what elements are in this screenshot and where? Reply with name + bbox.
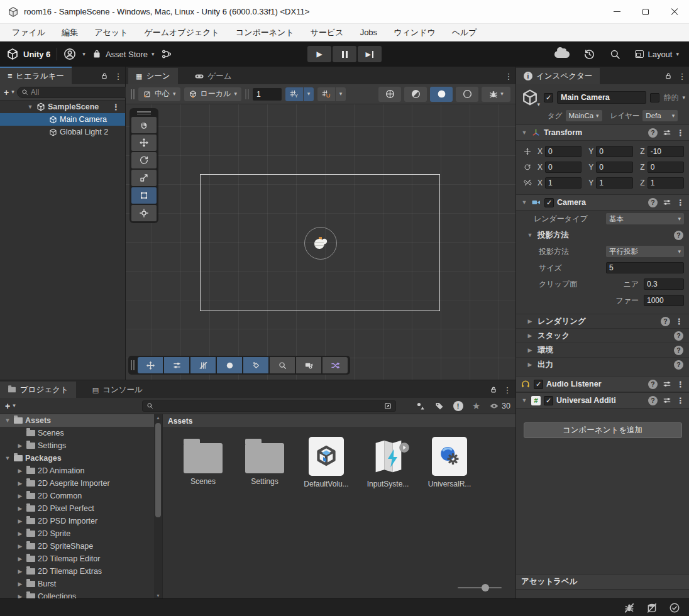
near-clip-field[interactable]: [644, 278, 684, 290]
tree-item[interactable]: ▶Settings: [0, 439, 154, 452]
menu-edit[interactable]: 編集: [53, 27, 86, 38]
visible-items-counter[interactable]: 30: [489, 401, 510, 411]
grid-size-field[interactable]: [253, 88, 282, 101]
menu-jobs[interactable]: Jobs: [352, 28, 385, 37]
foldout-closed-icon[interactable]: ▶: [16, 468, 24, 474]
foldout-closed-icon[interactable]: ▶: [526, 347, 534, 353]
tree-item-packages[interactable]: ▼Packages: [0, 452, 154, 465]
tag-dropdown[interactable]: MainCa ▾: [566, 110, 602, 121]
position-y-field[interactable]: [596, 146, 632, 157]
audio-listener-header[interactable]: ✓ Audio Listener ? ⋮: [516, 376, 689, 392]
close-button[interactable]: [660, 0, 689, 23]
asset-item-universal-renderer[interactable]: UniversalR...: [421, 437, 478, 488]
hierarchy-add-caret-icon[interactable]: ▾: [11, 89, 14, 95]
snap-settings-caret-icon[interactable]: ▾: [336, 87, 346, 101]
scroll-down-icon[interactable]: ▼: [154, 593, 162, 598]
asset-item-settings[interactable]: Settings: [236, 437, 294, 488]
help-icon[interactable]: ?: [674, 360, 683, 370]
overlay-move-button[interactable]: [138, 357, 163, 373]
scale-tool[interactable]: [131, 170, 157, 186]
tree-item[interactable]: ▶2D Aseprite Importer: [0, 477, 154, 490]
inspector-menu-icon[interactable]: ⋮: [675, 68, 689, 84]
help-icon[interactable]: ?: [674, 346, 683, 355]
pivot-mode-dropdown[interactable]: 中心 ▾: [138, 87, 180, 101]
position-z-field[interactable]: [648, 146, 684, 157]
undo-history-icon[interactable]: [583, 48, 595, 60]
foldout-closed-icon[interactable]: ▶: [526, 318, 534, 324]
account-caret-icon[interactable]: ▾: [82, 52, 85, 57]
filter-by-label-icon[interactable]: [434, 401, 444, 411]
overlay-grid-visibility-button[interactable]: [190, 357, 216, 373]
debugger-disabled-icon[interactable]: [624, 602, 635, 613]
presets-icon[interactable]: [663, 396, 671, 405]
camera-enabled-checkbox[interactable]: ✓: [544, 198, 554, 207]
active-checkbox[interactable]: ✓: [544, 93, 553, 102]
section-menu-icon[interactable]: ⋮: [675, 317, 683, 326]
assets-breadcrumb[interactable]: Assets: [163, 414, 515, 428]
environment-foldout[interactable]: ▶ 環境 ?: [516, 343, 689, 357]
lock-icon[interactable]: [487, 382, 500, 398]
tree-item[interactable]: ▶2D PSD Importer: [0, 515, 154, 527]
favorites-star-icon[interactable]: ★: [472, 400, 480, 412]
transform-tool[interactable]: [131, 205, 157, 221]
project-add-caret-icon[interactable]: ▾: [13, 403, 16, 409]
tree-scrollbar[interactable]: ▲ ▼: [154, 414, 162, 599]
thumbnail-zoom-slider[interactable]: [458, 584, 502, 591]
tab-game[interactable]: ゲーム: [187, 68, 240, 84]
hierarchy-item-main-camera[interactable]: Main Camera: [0, 113, 125, 126]
presets-icon[interactable]: [663, 128, 671, 137]
tree-item-assets[interactable]: ▼Assets: [0, 414, 154, 427]
help-icon[interactable]: ?: [648, 380, 658, 389]
foldout-closed-icon[interactable]: ▶: [16, 493, 24, 499]
lock-icon[interactable]: [661, 68, 675, 84]
foldout-closed-icon[interactable]: ▶: [526, 333, 534, 339]
hierarchy-add-button[interactable]: +: [4, 87, 9, 97]
menu-services[interactable]: サービス: [302, 27, 352, 38]
presets-icon[interactable]: [663, 198, 671, 207]
search-icon[interactable]: [609, 48, 621, 60]
grid-snap-y-button[interactable]: Y: [285, 87, 303, 101]
gameobject-icon-button[interactable]: ▾: [520, 89, 540, 106]
tab-inspector[interactable]: i インスペクター: [516, 68, 600, 84]
foldout-open-icon[interactable]: ▼: [4, 455, 11, 461]
error-filter-icon[interactable]: !: [453, 401, 463, 411]
layer-dropdown[interactable]: Defa ▾: [642, 110, 678, 121]
foldout-open-icon[interactable]: ▼: [521, 397, 528, 404]
progress-check-icon[interactable]: [669, 602, 680, 613]
rotation-z-field[interactable]: [648, 162, 684, 173]
menu-window[interactable]: ウィンドウ: [385, 27, 444, 38]
scrollbar-thumb[interactable]: [155, 423, 161, 517]
tab-console[interactable]: ▤ コンソール: [85, 382, 150, 398]
overlay-drag-handle[interactable]: [131, 360, 135, 370]
scroll-up-icon[interactable]: ▲: [154, 415, 162, 420]
hierarchy-search[interactable]: [17, 87, 143, 98]
add-component-button[interactable]: コンポーネントを追加: [524, 422, 682, 438]
tree-item[interactable]: ▶2D Tilemap Extras: [0, 565, 154, 578]
tree-item[interactable]: ▶2D Common: [0, 490, 154, 502]
transform-component-header[interactable]: ▼ Transform ? ⋮: [516, 124, 689, 141]
position-x-field[interactable]: [545, 146, 582, 157]
scene-viewport[interactable]: [126, 104, 515, 380]
overlay-cameras-button[interactable]: [296, 357, 321, 373]
asset-item-scenes[interactable]: Scenes: [174, 437, 232, 488]
hierarchy-menu-icon[interactable]: ⋮: [111, 68, 125, 84]
foldout-closed-icon[interactable]: ▶: [16, 543, 24, 549]
foldout-closed-icon[interactable]: ▶: [526, 361, 534, 368]
tree-item[interactable]: ▶2D Pixel Perfect: [0, 502, 154, 515]
tree-item[interactable]: ▶2D Sprite: [0, 527, 154, 540]
move-tool[interactable]: [131, 135, 157, 151]
scene-effects-toggle[interactable]: [456, 87, 478, 102]
component-menu-icon[interactable]: ⋮: [676, 128, 685, 138]
menu-assets[interactable]: アセット: [86, 27, 136, 38]
overlay-shuffle-button[interactable]: [322, 357, 348, 373]
toolbar-drag-handle[interactable]: [131, 89, 135, 99]
play-button[interactable]: ▶: [307, 46, 331, 62]
tab-scene[interactable]: ▦ シーン: [128, 68, 178, 84]
unity-version-button[interactable]: Unity 6: [6, 48, 50, 60]
tab-hierarchy[interactable]: ≡ ヒエラルキー: [0, 67, 72, 84]
asset-labels-header[interactable]: アセットラベル: [516, 574, 689, 590]
scene-audio-toggle[interactable]: [430, 87, 453, 102]
foldout-closed-icon[interactable]: ▶: [16, 443, 24, 449]
rotation-x-field[interactable]: [545, 162, 582, 173]
project-add-button[interactable]: +: [5, 401, 10, 411]
